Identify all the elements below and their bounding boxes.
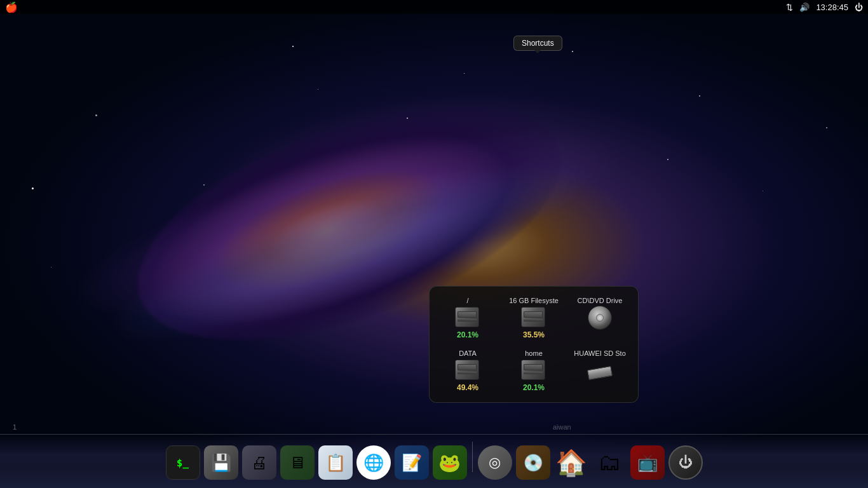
menubar-right: ⇅ 🔊 13:28:45 ⏻ — [786, 3, 863, 12]
screen-icon-text: 📺 — [637, 453, 658, 473]
chrome-icon: 🌐 — [356, 445, 391, 480]
drive-name-data: DATA — [459, 349, 477, 357]
drive-name-home: home — [525, 349, 543, 357]
dvd-icon-text: 💿 — [523, 453, 543, 473]
star — [318, 89, 318, 90]
dock-item-printer[interactable]: 🖨 — [242, 445, 276, 480]
star — [95, 114, 97, 116]
drive-percent-16gb: 35.5% — [523, 330, 545, 339]
drive-widget: / 20.1% 16 GB Filesyste 35.5% CD\DVD Dri… — [429, 286, 639, 403]
chromium-icon: ◎ — [478, 445, 512, 480]
home-icon: 🏠 — [554, 445, 588, 480]
drive-percent-home: 20.1% — [523, 383, 545, 392]
frog-icon-text: 🐸 — [438, 452, 461, 473]
drive-icon-16gb — [521, 307, 546, 329]
dock-item-dvd[interactable]: 💿 — [516, 445, 550, 480]
dock-item-power[interactable]: ⏻ — [668, 445, 703, 480]
apple-menu[interactable]: 🍎 — [5, 1, 18, 13]
dock-item-chromium[interactable]: ◎ — [478, 445, 512, 480]
power-icon-text: ⏻ — [679, 454, 693, 471]
clock: 13:28:45 — [816, 3, 848, 12]
drive-percent-data: 49.4% — [457, 383, 478, 392]
menubar: 🍎 ⇅ 🔊 13:28:45 ⏻ — [0, 0, 868, 14]
writer-icon: 📝 — [395, 445, 429, 480]
shortcuts-label: Shortcuts — [522, 39, 554, 48]
dock-item-paper[interactable]: 📋 — [318, 445, 353, 480]
dock-separator — [472, 442, 473, 472]
volume-icon[interactable]: 🔊 — [799, 3, 810, 12]
drive-item-16gb[interactable]: 16 GB Filesyste 35.5% — [502, 293, 566, 343]
menubar-left: 🍎 — [5, 1, 18, 13]
drive-item-home[interactable]: home 20.1% — [502, 346, 566, 396]
star — [407, 118, 408, 119]
shortcuts-tooltip: Shortcuts — [513, 36, 562, 51]
vnc-icon: 🖥 — [280, 445, 315, 480]
star — [763, 191, 763, 191]
workspace-label: 1 — [13, 423, 17, 431]
dock-item-chrome[interactable]: 🌐 — [356, 445, 391, 480]
vnc-icon-text: 🖥 — [289, 453, 306, 473]
home-icon-text: 🏠 — [555, 448, 587, 478]
star — [51, 267, 51, 268]
drive-item-huawei[interactable]: HUAWEI SD Sto — [568, 346, 632, 396]
taiwan-label: aiwan — [553, 423, 571, 431]
frog-icon: 🐸 — [433, 445, 467, 480]
folder-icon: 🗂 — [592, 445, 627, 480]
tooltip-arrow — [534, 50, 541, 53]
screen-icon: 📺 — [630, 445, 665, 480]
star — [32, 187, 34, 189]
shortcuts-tooltip-container: Shortcuts — [513, 36, 562, 51]
chrome-icon-text: 🌐 — [363, 453, 384, 473]
printer-icon: 🖨 — [242, 445, 276, 480]
dvd-icon: 💿 — [516, 445, 550, 480]
disk-icon-text: 💾 — [211, 453, 231, 473]
chromium-icon-text: ◎ — [489, 454, 501, 471]
dock-item-folder[interactable]: 🗂 — [592, 445, 627, 480]
printer-icon-text: 🖨 — [251, 453, 268, 473]
terminal-icon-text: $_ — [177, 457, 189, 469]
dock-item-disk[interactable]: 💾 — [204, 445, 238, 480]
star — [203, 184, 205, 186]
star — [292, 46, 294, 47]
drive-icon-home — [521, 360, 546, 381]
dock-item-frog[interactable]: 🐸 — [433, 445, 467, 480]
drive-name-cd: CD\DVD Drive — [578, 297, 623, 304]
drive-icon-huawei — [587, 360, 613, 381]
power-icon: ⏻ — [668, 445, 703, 480]
dock-item-terminal[interactable]: $_ — [166, 445, 200, 480]
dock-item-vnc[interactable]: 🖥 — [280, 445, 315, 480]
star — [699, 95, 700, 97]
drive-icon-cd — [587, 307, 613, 329]
star — [826, 127, 827, 128]
terminal-icon: $_ — [166, 445, 200, 480]
dock-item-home[interactable]: 🏠 — [554, 445, 588, 480]
paper-icon-text: 📋 — [325, 453, 346, 473]
disk-icon: 💾 — [204, 445, 238, 480]
folder-icon-text: 🗂 — [598, 449, 621, 476]
network-icon: ⇅ — [786, 3, 793, 12]
drive-icon-root — [455, 307, 480, 329]
star — [572, 51, 573, 52]
star — [464, 73, 465, 74]
drive-name-root: / — [466, 297, 468, 304]
drive-item-cd[interactable]: CD\DVD Drive — [568, 293, 632, 343]
dock-item-writer[interactable]: 📝 — [395, 445, 429, 480]
dock: $_ 💾 🖨 🖥 — [0, 437, 868, 488]
dock-items: $_ 💾 🖨 🖥 — [166, 442, 703, 485]
drive-percent-root: 20.1% — [457, 330, 478, 339]
paper-icon: 📋 — [318, 445, 353, 480]
drive-item-root[interactable]: / 20.1% — [436, 293, 499, 343]
drive-item-data[interactable]: DATA 49.4% — [436, 346, 499, 396]
drive-icon-data — [455, 360, 480, 381]
writer-icon-text: 📝 — [402, 453, 422, 473]
drive-name-huawei: HUAWEI SD Sto — [574, 349, 626, 357]
power-menu-icon[interactable]: ⏻ — [855, 3, 863, 12]
desktop: 🍎 ⇅ 🔊 13:28:45 ⏻ / 20.1% 16 GB Filesyste… — [0, 0, 868, 488]
drive-name-16gb: 16 GB Filesyste — [509, 297, 559, 304]
star — [667, 159, 668, 160]
dock-item-screen[interactable]: 📺 — [630, 445, 665, 480]
